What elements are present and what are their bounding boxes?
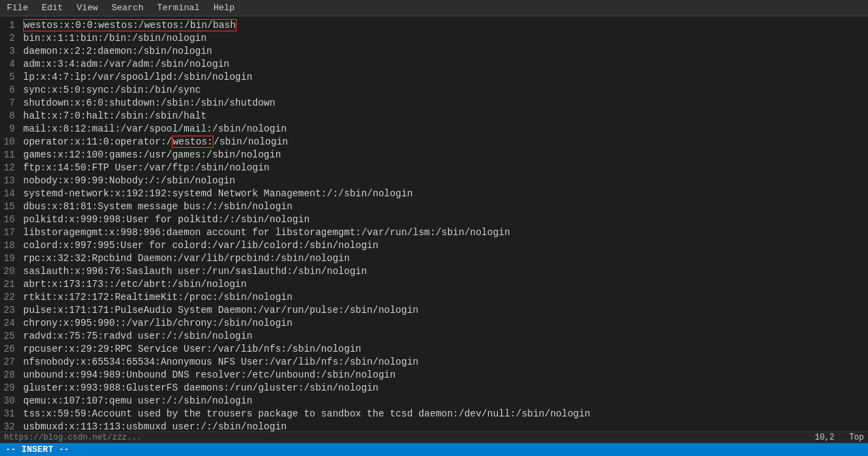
- line-number: 9: [3, 123, 15, 136]
- line-number: 5: [3, 71, 15, 84]
- line-item: colord:x:997:995:User for colord:/var/li…: [23, 239, 865, 252]
- line-number: 26: [3, 343, 15, 356]
- content-area[interactable]: westos:x:0:0:westos:/westos:/bin/bashbin…: [20, 16, 868, 431]
- line-number: 7: [3, 97, 15, 110]
- status-bar: -- INSERT --: [0, 443, 868, 456]
- line-item: dbus:x:81:81:System message bus:/:/sbin/…: [23, 200, 865, 213]
- menu-file[interactable]: File: [0, 1, 35, 14]
- highlighted-text-2: westos:: [172, 136, 213, 148]
- url-status-bar: https://blog.csdn.net/zzz... 10,2 Top: [0, 431, 868, 443]
- line-item: bin:x:1:1:bin:/bin:/sbin/nologin: [23, 32, 865, 45]
- line-item: radvd:x:75:75:radvd user:/:/sbin/nologin: [23, 330, 865, 343]
- line-item: ftp:x:14:50:FTP User:/var/ftp:/sbin/nolo…: [23, 162, 865, 174]
- line-number: 4: [3, 58, 15, 71]
- line-number: 16: [3, 213, 15, 226]
- line-item: adm:x:3:4:adm:/var/adm:/sbin/nologin: [23, 58, 865, 71]
- line-item: systemd-network:x:192:192:systemd Networ…: [23, 187, 865, 200]
- line-item: tss:x:59:59:Account used by the trousers…: [23, 408, 865, 421]
- line-number: 15: [3, 200, 15, 213]
- line-item: pulse:x:171:171:PulseAudio System Daemon…: [23, 304, 865, 317]
- line-item: polkitd:x:999:998:User for polkitd:/:/sb…: [23, 213, 865, 226]
- line-numbers: 1234567891011121314151617181920212223242…: [0, 16, 20, 431]
- line-number: 19: [3, 252, 15, 265]
- line-item: chrony:x:995:990::/var/lib/chrony:/sbin/…: [23, 317, 865, 330]
- line-item: operator:x:11:0:operator:/westos:/sbin/n…: [23, 136, 865, 149]
- line-number: 12: [3, 162, 15, 174]
- menu-terminal[interactable]: Terminal: [150, 1, 206, 14]
- line-number: 23: [3, 304, 15, 317]
- line-number: 6: [3, 84, 15, 97]
- line-number: 30: [3, 395, 15, 408]
- line-item: nobody:x:99:99:Nobody:/:/sbin/nologin: [23, 174, 865, 187]
- line-number: 3: [3, 45, 15, 58]
- cursor-position: 10,2 Top: [815, 433, 864, 442]
- menu-bar: File Edit View Search Terminal Help: [0, 0, 868, 16]
- line-item: rpc:x:32:32:Rpcbind Daemon:/var/lib/rpcb…: [23, 252, 865, 265]
- line-item: halt:x:7:0:halt:/sbin:/sbin/halt: [23, 110, 865, 123]
- line-number: 18: [3, 239, 15, 252]
- line-number: 25: [3, 330, 15, 343]
- url-text: https://blog.csdn.net/zzz...: [4, 433, 142, 442]
- highlighted-text-1: westos:x:0:0:westos:/westos:/bin/bash: [23, 19, 237, 31]
- line-number: 20: [3, 265, 15, 278]
- line-item: daemon:x:2:2:daemon:/sbin/nologin: [23, 45, 865, 58]
- line-item: qemu:x:107:107:qemu user:/:/sbin/nologin: [23, 395, 865, 408]
- line-number: 14: [3, 187, 15, 200]
- line-number: 13: [3, 174, 15, 187]
- menu-view[interactable]: View: [70, 1, 104, 14]
- insert-mode: -- INSERT --: [5, 444, 70, 455]
- line-item: nfsnobody:x:65534:65534:Anonymous NFS Us…: [23, 356, 865, 369]
- line-item: rtkit:x:172:172:RealtimeKit:/proc:/sbin/…: [23, 291, 865, 304]
- line-number: 1: [3, 19, 15, 32]
- menu-search[interactable]: Search: [105, 1, 151, 14]
- line-number: 22: [3, 291, 15, 304]
- line-number: 21: [3, 278, 15, 291]
- line-item: shutdown:x:6:0:shutdown:/sbin:/sbin/shut…: [23, 97, 865, 110]
- line-item: unbound:x:994:989:Unbound DNS resolver:/…: [23, 369, 865, 382]
- line-item: gluster:x:993:988:GlusterFS daemons:/run…: [23, 382, 865, 395]
- line-number: 27: [3, 356, 15, 369]
- line-item: mail:x:8:12:mail:/var/spool/mail:/sbin/n…: [23, 123, 865, 136]
- editor-area: 1234567891011121314151617181920212223242…: [0, 16, 868, 431]
- line-item: lp:x:4:7:lp:/var/spool/lpd:/sbin/nologin: [23, 71, 865, 84]
- line-number: 17: [3, 226, 15, 239]
- line-number: 11: [3, 149, 15, 162]
- line-number: 32: [3, 421, 15, 431]
- line-item: libstoragemgmt:x:998:996:daemon account …: [23, 226, 865, 239]
- line-item: rpcuser:x:29:29:RPC Service User:/var/li…: [23, 343, 865, 356]
- line-item: abrt:x:173:173::/etc/abrt:/sbin/nologin: [23, 278, 865, 291]
- line-item: usbmuxd:x:113:113:usbmuxd user:/:/sbin/n…: [23, 421, 865, 431]
- line-number: 28: [3, 369, 15, 382]
- line-number: 2: [3, 32, 15, 45]
- line-number: 29: [3, 382, 15, 395]
- line-item: games:x:12:100:games:/usr/games:/sbin/no…: [23, 149, 865, 162]
- line-item: sync:x:5:0:sync:/sbin:/bin/sync: [23, 84, 865, 97]
- line-item: saslauth:x:996:76:Saslauth user:/run/sas…: [23, 265, 865, 278]
- line-number: 10: [3, 136, 15, 149]
- line-number: 8: [3, 110, 15, 123]
- line-item: westos:x:0:0:westos:/westos:/bin/bash: [23, 19, 865, 32]
- menu-help[interactable]: Help: [207, 1, 241, 14]
- line-number: 24: [3, 317, 15, 330]
- menu-edit[interactable]: Edit: [35, 1, 70, 14]
- line-number: 31: [3, 408, 15, 421]
